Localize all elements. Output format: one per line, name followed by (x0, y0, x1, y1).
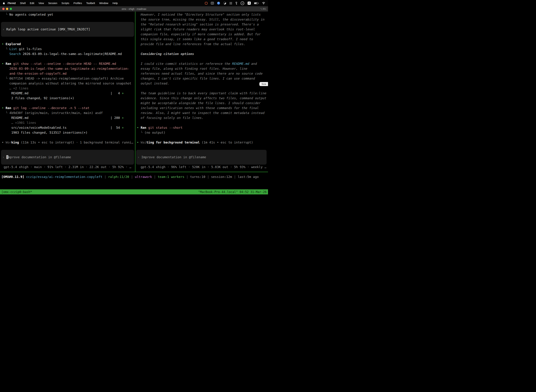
tmux-status-bar: [omx-cczip0:bash* "MacBook-Pro-44.local"… (0, 189, 268, 194)
minimize-window-button[interactable] (6, 8, 8, 10)
prompt-input-right-text: › Improve documentation in @filename (138, 155, 206, 160)
menu-edit[interactable]: Edit (28, 2, 36, 5)
git-log-stat-voice: src/voice/voiceModeEnabled.ts | 54 + (2, 125, 135, 130)
dark-app-icon[interactable] (223, 2, 226, 5)
left-pane[interactable]: └ No agents completed yet› Ralph loop ac… (0, 12, 135, 172)
desktop-screen: iTerm2 ShellEditViewSessionScriptsProfil… (0, 0, 268, 196)
blank-line (137, 145, 268, 150)
thinking-par3-line1: The team guideline is to back every impo… (137, 91, 268, 96)
apple-menu-icon[interactable] (3, 2, 5, 5)
menu-window[interactable]: Window (97, 2, 110, 5)
gauge-icon[interactable]: .61 (241, 1, 244, 5)
thinking-par3-line6: of focusing solely on file lines. (137, 115, 268, 120)
thinking-par1-line1: However, I noticed the "Directory Struct… (137, 12, 268, 17)
blank-line (137, 135, 268, 140)
blank-line (2, 135, 135, 140)
window-shortcut-badge: ⌥⌘1 (260, 6, 266, 12)
git-show-output-2: companion analysis without altering the … (2, 81, 135, 86)
blank-line (2, 17, 135, 22)
git-show-summary: 2 files changed, 92 insertions(+) (2, 96, 135, 101)
session-stats-left: gpt-5.4 xhigh · main · 91% left · 2.31M … (2, 165, 135, 169)
prompt-input-left[interactable]: › Improve documentation in @filename (1, 150, 134, 165)
thinking-heading: Considering citation options (137, 51, 268, 56)
menu-shell[interactable]: Shell (18, 2, 28, 5)
ralph-loop-banner: › Ralph loop active continue [OMX_TMUX_I… (1, 22, 134, 37)
tmux-panes: └ No agents completed yet› Ralph loop ac… (0, 12, 268, 172)
screen-share-overlay-button[interactable]: Scre (259, 82, 268, 86)
window-grid-icon[interactable] (211, 2, 214, 5)
thinking-par2-line5: output instead. (137, 81, 268, 86)
menubar-tray: .61 A (205, 1, 265, 5)
git-log-ellipsis: … +1901 lines (2, 120, 135, 125)
ran-git-log-header: • Ran git log --oneline --decorate -n 5 … (2, 106, 135, 111)
screen-recording-indicator-icon[interactable] (205, 2, 207, 5)
window-title: omx --xhigh --madmax (0, 6, 268, 12)
blank-line (137, 47, 268, 51)
menu-view[interactable]: View (36, 2, 46, 5)
explored-search-item: Search 2026-03-09-is-legal-the-same-as-l… (2, 51, 135, 56)
explored-header: • Explored (2, 42, 135, 47)
blank-line (2, 101, 135, 106)
thinking-par3-line5: review. Also, I might want to inspect th… (137, 111, 268, 115)
menu-help[interactable]: Help (110, 2, 120, 5)
battery-icon[interactable] (254, 2, 259, 4)
tmux-window-name[interactable]: [omx-cczip0:bash* (1, 190, 32, 194)
git-log-stat-readme: README.md | 280 + (2, 115, 135, 120)
menu-list: ShellEditViewSessionScriptsProfilesToolb… (18, 2, 120, 5)
git-status-output: └ (no output) (137, 130, 268, 135)
session-stats-right: gpt-5.4 xhigh · 96% left · 520K in · 5.8… (137, 165, 268, 169)
menu-toolbelt[interactable]: Toolbelt (84, 2, 97, 5)
ran-git-status-header: • Ran git status --short (137, 125, 268, 130)
agents-status-line: └ No agents completed yet (2, 12, 135, 17)
thinking-par1-line4: slight risk that future readers may over… (137, 27, 268, 32)
waiting-status-line: • Waiting for background terminal (1m 41… (137, 140, 268, 145)
blank-line (137, 86, 268, 91)
close-window-button[interactable] (2, 8, 5, 10)
menu-session[interactable]: Session (46, 2, 59, 5)
thinking-par2-line3: references need actual files, and since … (137, 71, 268, 76)
ralph-loop-banner-text: › Ralph loop active continue [OMX_TMUX_I… (2, 27, 90, 32)
thinking-par3-line3: might be acceptable alongside the file l… (137, 101, 268, 106)
git-show-ellipsis: … +2 lines (2, 86, 135, 91)
ran-git-show-wrap-1: 2026-03-09-is-legal-the-same-as-legitima… (2, 66, 135, 71)
app-menu-iterm2[interactable]: iTerm2 (6, 2, 18, 5)
explored-list-item: └ List git ls-files (2, 47, 135, 51)
blank-line (2, 145, 135, 150)
git-show-output-1: └ 067f154 (HEAD -> essay/ai-reimplementa… (2, 76, 135, 81)
thinking-par2-line1: I could cite commit statistics or refere… (137, 61, 268, 66)
thinking-par1-line2: the source tree, missing the essay. Stil… (137, 17, 268, 22)
window-titlebar: omx --xhigh --madmax ⌥⌘1 (0, 6, 268, 12)
blank-line (137, 56, 268, 61)
right-pane[interactable]: However, I noticed the "Directory Struct… (135, 12, 268, 172)
thinking-par1-line5: companion file, especially if more comme… (137, 32, 268, 37)
menubar: iTerm2 ShellEditViewSessionScriptsProfil… (0, 0, 268, 6)
git-log-output-1: └ 4b9d30f (origin/main, instructkr/main,… (2, 111, 135, 115)
input-source-icon[interactable]: A (248, 2, 251, 5)
prompt-input-left-text: › Improve documentation in @filename (2, 155, 71, 160)
blue-app-icon[interactable] (217, 2, 220, 5)
working-status-line: • Working (11m 13s • esc to interrupt) ·… (2, 140, 135, 145)
menu-profiles[interactable]: Profiles (72, 2, 84, 5)
thinking-par1-line3: the "Related research writing" section i… (137, 22, 268, 27)
tmux-host-time: "MacBook-Pro-44.local" 04:52 31-Mar-26 (198, 190, 267, 194)
key-icon[interactable] (235, 2, 237, 5)
git-log-summary: 1903 files changed, 513517 insertions(+) (2, 130, 135, 135)
ran-git-show-wrap-2: and-the-erosion-of-copyleft.md (2, 71, 135, 76)
blank-line (2, 56, 135, 61)
traffic-lights (2, 8, 12, 10)
blank-line (2, 37, 135, 42)
menu-scripts[interactable]: Scripts (59, 2, 72, 5)
thinking-par2-line4: changes, I can't cite specific file line… (137, 76, 268, 81)
thinking-par3-line2: evidence. Since this change only affects… (137, 96, 268, 101)
zoom-window-button[interactable] (10, 8, 12, 10)
ran-git-show-header: • Ran git show --stat --oneline --decora… (2, 61, 135, 66)
thinking-par2-line2: essay file, along with finding root file… (137, 66, 268, 71)
prompt-input-right[interactable]: › Improve documentation in @filename (136, 150, 267, 165)
omx-session-status: [OMX#0.11.9] cczip/essay/ai-reimplementa… (1, 174, 268, 179)
git-show-stat-readme: README.md | 4 + (2, 91, 135, 96)
wifi-icon[interactable] (262, 2, 265, 5)
blank-line (137, 120, 268, 125)
dots-grid-icon[interactable] (230, 2, 232, 5)
thinking-par1-line7: provide file and line references from th… (137, 42, 268, 47)
thinking-par1-line6: this single essay, it seems like a good … (137, 37, 268, 42)
